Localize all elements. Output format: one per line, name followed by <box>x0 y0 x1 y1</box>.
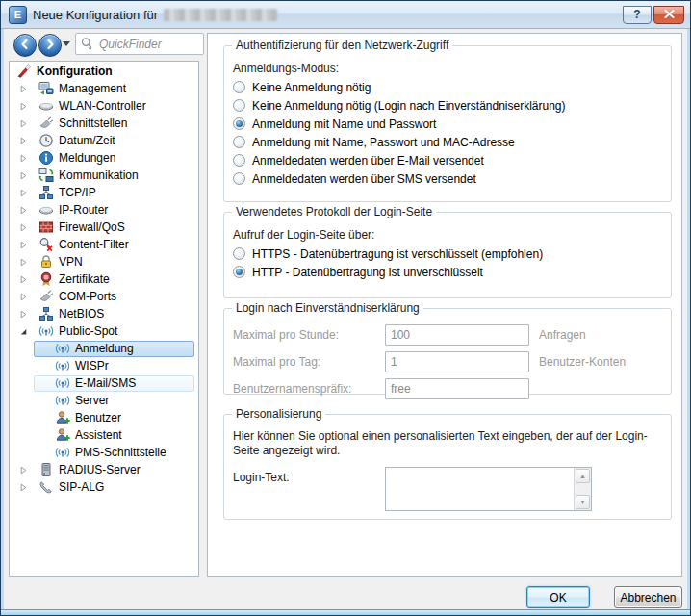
tree-item-surface: Kommunikation <box>35 167 140 184</box>
info-icon <box>38 150 54 166</box>
sidebar-item-datum-zeit[interactable]: Datum/Zeit <box>12 132 196 149</box>
sidebar-item-radius-server[interactable]: RADIUS-Server <box>12 461 196 478</box>
group-protocol: Verwendetes Protokoll der Login-Seite Au… <box>223 212 672 298</box>
sidebar-item-meldungen[interactable]: Meldungen <box>12 149 196 167</box>
sidebar-item-benutzer[interactable]: Benutzer <box>12 409 196 426</box>
radio-option-label: Anmeldung mit Name und Passwort <box>252 117 436 131</box>
sidebar-item-e-mail-sms[interactable]: E-Mail/SMS <box>12 374 196 392</box>
nav-history-dropdown[interactable] <box>63 41 70 46</box>
expanded-arrow-icon[interactable] <box>12 327 35 336</box>
sidebar-item-wispr[interactable]: WISPr <box>12 357 196 374</box>
field-label: Benutzernamenspräfix: <box>233 382 385 396</box>
quickfinder-input[interactable] <box>97 37 199 52</box>
sidebar-item-content-filter[interactable]: Content-Filter <box>12 236 196 253</box>
tree-item-surface: Anmeldung <box>34 341 194 357</box>
collapsed-arrow-icon[interactable] <box>12 206 35 215</box>
collapsed-arrow-icon[interactable] <box>12 85 35 93</box>
scroll-up-button[interactable]: ▲ <box>576 469 590 483</box>
sidebar-item-kommunikation[interactable]: Kommunikation <box>12 167 196 184</box>
sidebar-item-tcp-ip[interactable]: TCP/IP <box>12 184 196 201</box>
sidebar-item-label: VPN <box>59 255 83 269</box>
collapsed-arrow-icon[interactable] <box>12 171 35 180</box>
window-title-text: Neue Konfiguration für <box>33 8 158 22</box>
collapsed-arrow-icon[interactable] <box>12 483 35 492</box>
collapsed-arrow-icon[interactable] <box>12 119 35 128</box>
collapsed-arrow-icon[interactable] <box>12 102 35 111</box>
collapsed-arrow-icon[interactable] <box>12 241 35 249</box>
radio-option-anmeldedaten-werden-über-e[interactable]: Anmeldedaten werden über E-Mail versende… <box>233 151 671 169</box>
radio-option-anmeldung-mit-name-passwort[interactable]: Anmeldung mit Name, Passwort und MAC-Adr… <box>233 133 671 151</box>
sidebar-item-public-spot[interactable]: Public-Spot <box>12 322 196 340</box>
arrow-right-icon <box>44 38 56 53</box>
radio-option-label: HTTP - Datenübertragung ist unverschlüss… <box>252 266 483 279</box>
login-text-scrollbar[interactable]: ▲ ▼ <box>574 468 591 510</box>
window-frame-bottom <box>1 609 690 615</box>
radio-option-anmeldung-mit-name-und[interactable]: Anmeldung mit Name und Passwort <box>233 115 671 133</box>
radio-selected-icon <box>233 117 245 130</box>
wifi-icon <box>55 393 70 408</box>
radio-option-https-datenübertragung-ist-verschlüsselt[interactable]: HTTPS - Datenübertragung ist verschlüsse… <box>233 244 671 263</box>
window-title: Neue Konfiguration für <box>33 8 277 22</box>
sidebar-item-management[interactable]: Management <box>12 80 196 97</box>
user-add-icon <box>55 410 70 425</box>
sidebar-item-com-ports[interactable]: COM-Ports <box>12 288 196 305</box>
sidebar-item-sip-alg[interactable]: SIP-ALG <box>12 478 196 496</box>
sidebar-item-vpn[interactable]: VPN <box>12 253 196 270</box>
sidebar-item-pms-schnittstelle[interactable]: PMS-Schnittstelle <box>12 444 196 461</box>
sidebar-item-anmeldung[interactable]: Anmeldung <box>12 340 196 357</box>
sidebar-item-netbios[interactable]: NetBIOS <box>12 305 196 322</box>
login-text-row: Login-Text: ▲ ▼ <box>233 467 662 511</box>
radio-option-keine-anmeldung-nötig-login[interactable]: Keine Anmeldung nötig (Login nach Einver… <box>233 96 671 115</box>
radio-option-anmeldedaten-werden-über-sms[interactable]: Anmeldedaten werden über SMS versendet <box>233 169 671 188</box>
tree-item-surface: Firewall/QoS <box>35 219 126 236</box>
sidebar-item-server[interactable]: Server <box>12 392 196 409</box>
tree-item-surface: Management <box>35 81 127 97</box>
sidebar-item-konfiguration[interactable]: Konfiguration <box>12 63 196 80</box>
radio-unselected-icon <box>233 136 245 148</box>
sidebar-item-zertifikate[interactable]: Zertifikate <box>12 270 196 288</box>
sidebar-item-label: COM-Ports <box>59 290 116 303</box>
sidebar-item-firewall-qos[interactable]: Firewall/QoS <box>12 218 196 236</box>
radio-option-keine-anmeldung-nötig[interactable]: Keine Anmeldung nötig <box>233 78 671 96</box>
device-icon <box>38 98 54 114</box>
collapsed-arrow-icon[interactable] <box>12 293 35 301</box>
radio-option-label: Anmeldung mit Name, Passwort und MAC-Adr… <box>252 136 515 149</box>
collapsed-arrow-icon[interactable] <box>12 154 35 163</box>
sidebar-item-label: E-Mail/SMS <box>75 376 136 390</box>
collapsed-arrow-icon[interactable] <box>12 275 35 284</box>
field-row-benutzernamenspräfix: Benutzernamenspräfix: <box>233 378 662 399</box>
group-authentication: Authentifizierung für den Netzwerk-Zugri… <box>223 45 672 202</box>
cancel-button[interactable]: Abbrechen <box>614 586 682 608</box>
radio-option-http-datenübertragung-ist-unverschlüsselt[interactable]: HTTP - Datenübertragung ist unverschlüss… <box>233 263 671 281</box>
collapsed-arrow-icon[interactable] <box>12 310 35 319</box>
sidebar-item-assistent[interactable]: Assistent <box>12 426 196 444</box>
sidebar-item-schnittstellen[interactable]: Schnittstellen <box>12 115 196 132</box>
field-label: Maximal pro Stunde: <box>233 328 385 342</box>
ok-button[interactable]: OK <box>526 586 590 608</box>
close-button[interactable] <box>653 6 684 24</box>
sidebar-item-wlan-controller[interactable]: WLAN-Controller <box>12 97 196 115</box>
certificate-icon <box>38 271 54 287</box>
collapsed-arrow-icon[interactable] <box>12 258 35 267</box>
radio-unselected-icon <box>233 247 245 260</box>
nav-forward-button[interactable] <box>38 34 62 57</box>
login-text-input[interactable] <box>386 468 573 510</box>
help-button[interactable]: ? <box>623 6 652 24</box>
titlebar[interactable]: E Neue Konfiguration für ? <box>1 1 690 29</box>
arrow-left-icon <box>19 38 31 53</box>
tree-item-surface: Assistent <box>34 427 194 444</box>
radio-unselected-icon <box>233 154 245 167</box>
collapsed-arrow-icon[interactable] <box>12 189 35 197</box>
collapsed-arrow-icon[interactable] <box>12 137 35 145</box>
collapsed-arrow-icon[interactable] <box>12 223 35 232</box>
collapsed-arrow-icon[interactable] <box>12 466 35 475</box>
nav-back-button[interactable] <box>13 34 37 57</box>
quickfinder-box <box>75 33 204 55</box>
radio-unselected-icon <box>233 172 245 185</box>
tree-item-surface: SIP-ALG <box>35 479 105 496</box>
wifi-icon <box>55 341 70 356</box>
radio-option-label: Keine Anmeldung nötig (Login nach Einver… <box>252 99 566 113</box>
sidebar-item-ip-router[interactable]: IP-Router <box>12 201 196 218</box>
group-personalization: Personalisierung Hier können Sie optiona… <box>223 414 672 520</box>
scroll-down-button[interactable]: ▼ <box>576 495 590 509</box>
